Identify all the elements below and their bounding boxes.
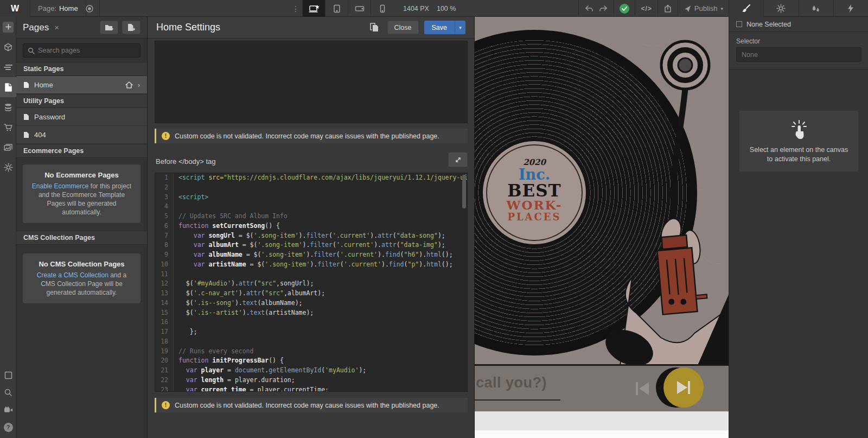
- code-line[interactable]: 17 };: [155, 327, 467, 337]
- before-body-label: Before </body> tag: [156, 157, 216, 166]
- publish-label: Publish: [694, 4, 718, 12]
- body-code-editor[interactable]: 1<script src="https://cdnjs.cloudflare.c…: [155, 173, 468, 392]
- chevron-right-icon[interactable]: ›: [138, 81, 140, 89]
- share-button[interactable]: [658, 0, 678, 17]
- canvas-width-value[interactable]: 1404 PX: [403, 5, 429, 12]
- add-elements-button[interactable]: [0, 17, 16, 37]
- head-code-editor[interactable]: [155, 41, 468, 123]
- search-input[interactable]: [38, 47, 125, 54]
- code-line[interactable]: 3<script>: [155, 193, 467, 202]
- saved-status[interactable]: [614, 0, 635, 17]
- cms-empty-title: No CMS Collection Pages: [30, 260, 133, 268]
- code-line[interactable]: 1<script src="https://cdnjs.cloudflare.c…: [155, 173, 467, 183]
- warning-icon: !: [162, 401, 170, 409]
- cms-empty-card: No CMS Collection Pages Create a CMS Col…: [23, 253, 141, 303]
- code-line[interactable]: 2: [155, 183, 467, 193]
- player-prompt-text: call you?): [476, 374, 547, 391]
- code-line[interactable]: 21 var player = document.getElementById(…: [155, 366, 467, 376]
- selection-checkbox[interactable]: [736, 21, 742, 27]
- navigator-button[interactable]: [0, 57, 16, 77]
- code-line[interactable]: 4: [155, 202, 467, 212]
- components-button[interactable]: [0, 37, 16, 57]
- help-button[interactable]: ?: [0, 418, 16, 436]
- custom-code-warning: ! Custom code is not validated. Incorrec…: [155, 129, 468, 143]
- code-line[interactable]: 6function setCurrentSong() {: [155, 221, 467, 231]
- pages-button[interactable]: [0, 77, 16, 97]
- tab-style[interactable]: [729, 0, 763, 17]
- search-button[interactable]: [0, 384, 16, 401]
- search-box[interactable]: [23, 43, 141, 58]
- video-tutorials-button[interactable]: [0, 401, 16, 418]
- canvas-zoom-value[interactable]: 100 %: [437, 5, 456, 12]
- webflow-logo[interactable]: W: [0, 0, 30, 17]
- next-track-button[interactable]: [663, 367, 704, 408]
- breakpoint-landscape[interactable]: [348, 0, 371, 17]
- code-line[interactable]: 8 var albumArt = $('.song-item').filter(…: [155, 240, 467, 250]
- code-line[interactable]: 7 var songUrl = $('.song-item').filter('…: [155, 231, 467, 241]
- previous-track-icon[interactable]: [635, 381, 651, 396]
- cms-empty-text: Create a CMS Collection and a CMS Collec…: [30, 271, 133, 297]
- ecommerce-button[interactable]: [0, 117, 16, 137]
- more-menu[interactable]: ⋮: [289, 4, 302, 13]
- tab-settings[interactable]: [763, 0, 798, 17]
- selection-status-label: None Selected: [746, 21, 791, 28]
- page-item-password[interactable]: Password: [16, 108, 147, 126]
- create-cms-collection-link[interactable]: Create a CMS Collection: [37, 271, 108, 279]
- pages-panel-header: Pages ×: [16, 17, 147, 39]
- canvas-frame-button[interactable]: [0, 366, 16, 384]
- expand-editor-button[interactable]: [448, 152, 468, 167]
- tab-style-manager[interactable]: [799, 0, 833, 17]
- static-pages-header: Static Pages: [16, 62, 147, 76]
- cms-button[interactable]: [0, 97, 16, 117]
- code-line[interactable]: 15 $('.is--artist').text(artistName);: [155, 308, 467, 318]
- code-line[interactable]: 12 $('#myAudio').attr("src",songUrl);: [155, 279, 467, 289]
- utility-pages-header: Utility Pages: [16, 94, 147, 108]
- code-line[interactable]: 20function initProgressBar() {: [155, 356, 467, 366]
- video-camera-icon: [4, 407, 13, 414]
- code-line[interactable]: 19// Runs every second: [155, 347, 467, 357]
- breakpoint-phone[interactable]: [371, 0, 393, 17]
- tab-interactions[interactable]: [833, 0, 868, 17]
- code-line[interactable]: 14 $('.is--song').text(albumName);: [155, 299, 467, 308]
- save-button[interactable]: Save: [424, 21, 455, 34]
- code-line[interactable]: 11: [155, 270, 467, 280]
- code-line[interactable]: 18: [155, 337, 467, 347]
- pages-close-icon[interactable]: ×: [54, 23, 59, 32]
- assets-button[interactable]: [0, 137, 16, 157]
- duplicate-icon[interactable]: [370, 23, 379, 32]
- save-options-button[interactable]: ▾: [455, 21, 465, 34]
- code-line[interactable]: 9 var albumName = $('.song-item').filter…: [155, 250, 467, 260]
- project-settings-button[interactable]: [0, 157, 16, 177]
- code-line[interactable]: 22 var length = player.duration;: [155, 376, 467, 385]
- preview-toggle[interactable]: [79, 0, 100, 17]
- design-canvas[interactable]: 2020 Inc. BEST WORK- PLACES call you?): [475, 17, 729, 438]
- style-panel: None Selected Selector Select an element…: [729, 17, 868, 438]
- redo-icon[interactable]: [599, 5, 608, 12]
- page-indicator[interactable]: Page: Home: [30, 0, 86, 17]
- enable-ecommerce-link[interactable]: Enable Ecommerce: [32, 182, 89, 190]
- empty-state-card: Select an element on the canvas to activ…: [739, 111, 858, 172]
- empty-state-message: Select an element on the canvas to activ…: [748, 145, 851, 164]
- caret-down-icon: ▾: [459, 25, 462, 30]
- add-folder-button[interactable]: [100, 21, 118, 34]
- export-code-button[interactable]: </>: [635, 0, 657, 17]
- undo-icon[interactable]: [584, 5, 593, 12]
- phone-landscape-icon: [355, 4, 365, 13]
- page-item-home[interactable]: Home ›: [16, 76, 147, 94]
- add-page-button[interactable]: [122, 21, 141, 34]
- page-item-404[interactable]: 404: [16, 126, 147, 144]
- breakpoint-desktop[interactable]: [302, 0, 325, 17]
- history-controls: [578, 0, 614, 17]
- droplets-icon: [811, 4, 821, 13]
- code-line[interactable]: 13 $('.c-nav_art').attr("src",albumArt);: [155, 289, 467, 299]
- code-line[interactable]: 16: [155, 318, 467, 327]
- code-line[interactable]: 23 var current_time = player.currentTime…: [155, 385, 467, 392]
- code-line[interactable]: 10 var artistName = $('.song-item').filt…: [155, 260, 467, 270]
- code-line[interactable]: 5// Updates SRC and Album Info: [155, 212, 467, 221]
- close-button[interactable]: Close: [387, 21, 419, 34]
- selector-input[interactable]: [736, 47, 861, 62]
- breakpoint-tablet[interactable]: [325, 0, 348, 17]
- selection-status-row: None Selected: [729, 17, 868, 32]
- code-scrollbar[interactable]: [462, 175, 466, 208]
- publish-button[interactable]: Publish ▾: [678, 0, 729, 17]
